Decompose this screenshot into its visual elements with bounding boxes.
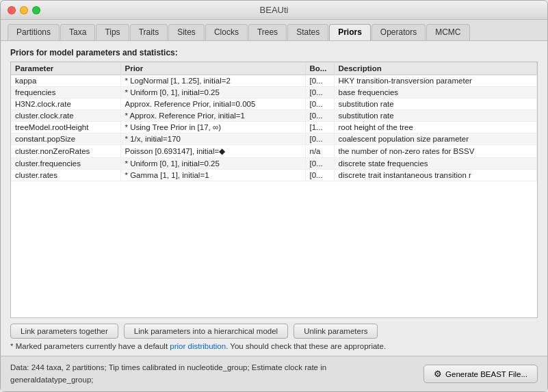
- notice-highlight: prior distribution: [170, 342, 226, 350]
- cell-prior: Approx. Reference Prior, initial=0.005: [120, 99, 305, 110]
- cell-bounds: [0...: [305, 87, 334, 99]
- footer: Data: 244 taxa, 2 partitions; Tip times …: [1, 356, 547, 391]
- cell-description: HKY transition-transversion parameter: [334, 75, 537, 87]
- tab-clocks[interactable]: Clocks: [205, 24, 248, 40]
- cell-description: base frequencies: [334, 87, 537, 99]
- close-button[interactable]: [8, 6, 16, 14]
- cell-parameter: kappa: [11, 75, 120, 87]
- table-row[interactable]: frequencies * Uniform [0, 1], initial=0.…: [11, 87, 537, 99]
- col-header-bounds: Bo...: [305, 62, 334, 75]
- priors-table: Parameter Prior Bo... Description kappa …: [11, 62, 537, 181]
- gear-icon: ⚙: [434, 369, 442, 379]
- cell-parameter: cluster.rates: [11, 170, 120, 181]
- table-row[interactable]: kappa * LogNormal [1, 1.25], initial=2 […: [11, 75, 537, 87]
- main-window: BEAUti Partitions Taxa Tips Traits Sites…: [0, 0, 548, 392]
- cell-bounds: [0...: [305, 170, 334, 181]
- cell-bounds: [0...: [305, 75, 334, 87]
- action-buttons: Link parameters together Link parameters…: [10, 324, 538, 339]
- table-row[interactable]: constant.popSize * 1/x, initial=170 [0..…: [11, 133, 537, 145]
- cell-prior: Poisson [0.693147], initial=◆: [120, 145, 305, 158]
- tab-trees[interactable]: Trees: [248, 24, 287, 40]
- cell-prior: * Gamma [1, 1], initial=1: [120, 170, 305, 181]
- cell-prior: * 1/x, initial=170: [120, 133, 305, 145]
- link-hierarchical-button[interactable]: Link parameters into a hierarchical mode…: [124, 324, 288, 339]
- cell-prior: * LogNormal [1, 1.25], initial=2: [120, 75, 305, 87]
- table-row[interactable]: cluster.frequencies * Uniform [0, 1], in…: [11, 158, 537, 170]
- cell-description: root height of the tree: [334, 122, 537, 133]
- cell-bounds: [0...: [305, 133, 334, 145]
- maximize-button[interactable]: [32, 6, 40, 14]
- tab-mcmc[interactable]: MCMC: [426, 24, 469, 40]
- cell-parameter: cluster.clock.rate: [11, 110, 120, 122]
- cell-parameter: frequencies: [11, 87, 120, 99]
- table-row[interactable]: cluster.rates * Gamma [1, 1], initial=1 …: [11, 170, 537, 181]
- cell-description: substitution rate: [334, 110, 537, 122]
- cell-parameter: H3N2.clock.rate: [11, 99, 120, 110]
- notice-text: * Marked parameters currently have a def…: [10, 342, 538, 350]
- cell-description: coalescent population size parameter: [334, 133, 537, 145]
- tab-partitions[interactable]: Partitions: [8, 24, 60, 40]
- cell-parameter: constant.popSize: [11, 133, 120, 145]
- tab-states[interactable]: States: [287, 24, 328, 40]
- generate-btn-label: Generate BEAST File...: [445, 370, 527, 378]
- col-header-parameter: Parameter: [11, 62, 120, 75]
- window-controls: [8, 6, 40, 14]
- cell-bounds: n/a: [305, 145, 334, 158]
- cell-prior: * Uniform [0, 1], initial=0.25: [120, 87, 305, 99]
- main-content: Priors for model parameters and statisti…: [1, 41, 547, 356]
- tab-operators[interactable]: Operators: [371, 24, 426, 40]
- cell-parameter: cluster.frequencies: [11, 158, 120, 170]
- cell-description: substitution rate: [334, 99, 537, 110]
- tab-sites[interactable]: Sites: [168, 24, 205, 40]
- table-row[interactable]: cluster.clock.rate * Approx. Reference P…: [11, 110, 537, 122]
- tab-taxa[interactable]: Taxa: [60, 24, 95, 40]
- unlink-parameters-button[interactable]: Unlink parameters: [293, 324, 378, 339]
- cell-bounds: [1...: [305, 122, 334, 133]
- cell-description: discrete trait instantaneous transition …: [334, 170, 537, 181]
- cell-description: the number of non-zero rates for BSSV: [334, 145, 537, 158]
- cell-parameter: treeModel.rootHeight: [11, 122, 120, 133]
- cell-prior: * Using Tree Prior in [17, ∞): [120, 122, 305, 133]
- footer-text: Data: 244 taxa, 2 partitions; Tip times …: [10, 362, 366, 386]
- col-header-prior: Prior: [120, 62, 305, 75]
- table-row[interactable]: H3N2.clock.rate Approx. Reference Prior,…: [11, 99, 537, 110]
- tab-priors[interactable]: Priors: [329, 24, 371, 40]
- cell-parameter: cluster.nonZeroRates: [11, 145, 120, 158]
- cell-prior: * Approx. Reference Prior, initial=1: [120, 110, 305, 122]
- window-title: BEAUti: [260, 5, 289, 15]
- tab-tips[interactable]: Tips: [96, 24, 129, 40]
- titlebar: BEAUti: [1, 1, 547, 20]
- cell-bounds: [0...: [305, 99, 334, 110]
- col-header-description: Description: [334, 62, 537, 75]
- cell-bounds: [0...: [305, 158, 334, 170]
- link-parameters-button[interactable]: Link parameters together: [10, 324, 118, 339]
- section-title: Priors for model parameters and statisti…: [10, 48, 538, 57]
- cell-description: discrete state frequencies: [334, 158, 537, 170]
- priors-table-container[interactable]: Parameter Prior Bo... Description kappa …: [10, 62, 538, 318]
- cell-prior: * Uniform [0, 1], initial=0.25: [120, 158, 305, 170]
- minimize-button[interactable]: [20, 6, 28, 14]
- table-row[interactable]: treeModel.rootHeight * Using Tree Prior …: [11, 122, 537, 133]
- cell-bounds: [0...: [305, 110, 334, 122]
- tab-traits[interactable]: Traits: [130, 24, 168, 40]
- table-row[interactable]: cluster.nonZeroRates Poisson [0.693147],…: [11, 145, 537, 158]
- table-header-row: Parameter Prior Bo... Description: [11, 62, 537, 75]
- generate-beast-button[interactable]: ⚙ Generate BEAST File...: [423, 365, 538, 383]
- tab-bar: Partitions Taxa Tips Traits Sites Clocks…: [1, 20, 547, 41]
